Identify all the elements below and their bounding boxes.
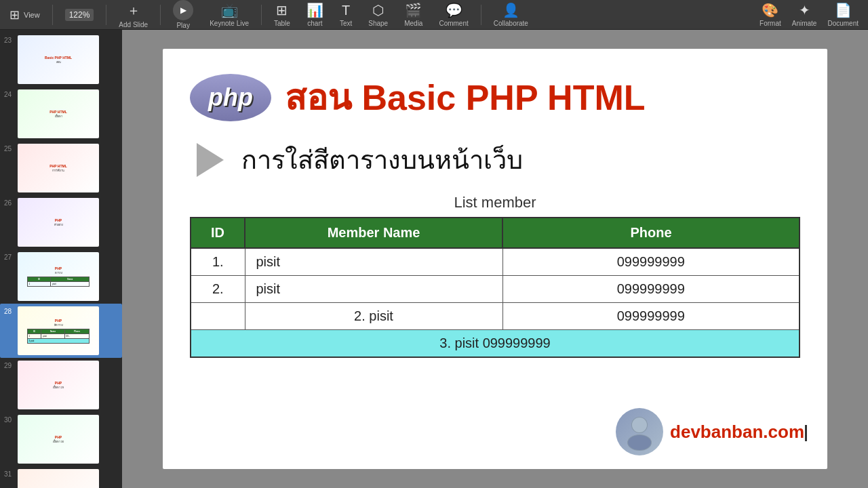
format-label: Format: [760, 20, 781, 27]
table-header-row: ID Member Name Phone: [191, 218, 800, 248]
php-logo: php: [190, 74, 271, 121]
animate-button[interactable]: ✦ Animate: [788, 1, 821, 28]
slide-preview-31: PHP เนื้อหา 31: [18, 469, 99, 488]
zoom-value[interactable]: 122%: [65, 9, 94, 21]
shape-label: Shape: [368, 20, 388, 27]
cell-id-2: 2.: [191, 276, 245, 303]
comment-icon: 💬: [446, 2, 462, 18]
svg-point-2: [632, 418, 647, 432]
site-name: devbanban.com: [670, 422, 807, 443]
media-button[interactable]: 🎬 Media: [400, 1, 427, 28]
collaborate-button[interactable]: 👤 Collaborate: [490, 1, 532, 28]
slide-subtitle: การใส่สีตารางบนหน้าเว็บ: [241, 139, 523, 180]
view-label[interactable]: View: [24, 11, 40, 19]
chart-icon: 📊: [307, 2, 323, 18]
table-button[interactable]: ⊞ Table: [270, 1, 294, 28]
slide-thumb-27[interactable]: 27 PHP ตาราง IDName 1pisit: [0, 249, 122, 304]
sep4: [261, 5, 262, 25]
sep2: [106, 5, 106, 25]
slide-thumb-24[interactable]: 24 PHP HTML เนื้อหา: [0, 87, 122, 141]
sep5: [481, 5, 481, 25]
add-slide-icon: ＋: [127, 1, 140, 20]
zoom-group[interactable]: 122%: [61, 9, 98, 21]
view-group: ⊞ View: [5, 7, 44, 22]
cell-name-2: pisit: [245, 276, 502, 303]
comment-button[interactable]: 💬 Comment: [435, 1, 472, 28]
slide-thumb-26[interactable]: 26 PHP ตัวอย่าง: [0, 195, 122, 249]
document-button[interactable]: 📄 Document: [823, 1, 863, 28]
format-icon: 🎨: [762, 2, 778, 18]
sep3: [160, 5, 161, 25]
sep1: [52, 5, 53, 25]
slide-num-24: 24: [4, 89, 15, 98]
media-icon: 🎬: [405, 2, 422, 18]
cursor: [805, 425, 807, 441]
chart-button[interactable]: 📊 chart: [302, 1, 328, 28]
media-label: Media: [404, 20, 422, 27]
slide-thumb-28[interactable]: 28 PHP สีตาราง IDNamePhone 1pisit09... 3…: [0, 304, 122, 358]
slide-panel: 23 Basic PHP HTML สอน 24 PHP HTML เนื้อห…: [0, 30, 122, 488]
slide-title: สอน Basic PHP HTML: [285, 69, 645, 125]
table-section: List member ID Member Name Phone 1. pisi…: [190, 194, 800, 358]
keynote-live-icon: 📺: [221, 2, 238, 18]
slide-preview-29: PHP เนื้อหา 29: [18, 361, 99, 409]
main-layout: 23 Basic PHP HTML สอน 24 PHP HTML เนื้อห…: [0, 30, 868, 488]
document-label: Document: [827, 20, 859, 27]
svg-point-3: [628, 435, 651, 450]
play-icon: ▶: [173, 0, 193, 20]
slide-preview-30: PHP เนื้อหา 30: [18, 415, 99, 464]
cell-cyan-full: 3. pisit 099999999: [191, 330, 800, 358]
text-label: Text: [340, 20, 352, 27]
slide-num-26: 26: [4, 198, 15, 207]
slide-canvas: php สอน Basic PHP HTML การใส่สีตารางบนหน…: [163, 49, 827, 469]
slide-preview-28: PHP สีตาราง IDNamePhone 1pisit09... 3.pi…: [18, 306, 99, 355]
slide-thumb-31[interactable]: 31 PHP เนื้อหา 31: [0, 466, 122, 488]
cell-name-1: pisit: [245, 248, 502, 276]
collaborate-icon: 👤: [502, 2, 519, 18]
table-row: 1. pisit 099999999: [191, 248, 800, 276]
document-icon: 📄: [835, 2, 852, 18]
cell-id-1: 1.: [191, 248, 245, 276]
table-row-cyan: 3. pisit 099999999: [191, 330, 800, 358]
col-header-id: ID: [191, 218, 245, 248]
avatar-image: [616, 408, 663, 455]
bottom-avatar: devbanban.com: [616, 408, 807, 455]
slide-num-30: 30: [4, 415, 15, 424]
cell-id-3: [191, 303, 245, 330]
slide-thumb-25[interactable]: 25 PHP HTML การใช้งาน: [0, 141, 122, 195]
cell-phone-2: 099999999: [502, 276, 800, 303]
shape-icon: ⬡: [372, 2, 384, 18]
keynote-live-button[interactable]: 📺 Keynote Live: [205, 1, 253, 28]
play-button[interactable]: ▶ Play: [169, 0, 197, 30]
slide-thumb-29[interactable]: 29 PHP เนื้อหา 29: [0, 358, 122, 412]
format-button[interactable]: 🎨 Format: [755, 1, 785, 28]
slide-thumb-30[interactable]: 30 PHP เนื้อหา 30: [0, 412, 122, 466]
text-button[interactable]: T Text: [336, 1, 356, 28]
play-label: Play: [176, 22, 189, 29]
toolbar-right: 🎨 Format ✦ Animate 📄 Document: [755, 1, 863, 28]
slide-thumb-23[interactable]: 23 Basic PHP HTML สอน: [0, 33, 122, 87]
animate-icon: ✦: [799, 2, 810, 18]
slide-num-31: 31: [4, 469, 15, 478]
slide-num-29: 29: [4, 361, 15, 369]
slide-preview-23: Basic PHP HTML สอน: [18, 35, 99, 84]
cell-phone-3: 099999999: [502, 303, 800, 330]
slide-num-28: 28: [4, 306, 15, 315]
shape-button[interactable]: ⬡ Shape: [364, 1, 392, 28]
slide-preview-25: PHP HTML การใช้งาน: [18, 144, 99, 192]
slide-subtitle-row: การใส่สีตารางบนหน้าเว็บ: [190, 139, 800, 180]
view-icon[interactable]: ⊞: [9, 7, 20, 22]
canvas-area[interactable]: php สอน Basic PHP HTML การใส่สีตารางบนหน…: [122, 30, 868, 488]
comment-label: Comment: [439, 20, 468, 27]
data-table: ID Member Name Phone 1. pisit 099999999 …: [190, 217, 800, 358]
table-icon: ⊞: [276, 2, 288, 18]
slide-num-25: 25: [4, 144, 15, 152]
text-icon: T: [342, 3, 350, 18]
add-slide-button[interactable]: ＋ Add Slide: [115, 0, 152, 30]
animate-label: Animate: [792, 20, 817, 27]
slide-preview-24: PHP HTML เนื้อหา: [18, 89, 99, 138]
chart-label: chart: [307, 20, 322, 27]
add-slide-label: Add Slide: [119, 21, 148, 28]
col-header-name: Member Name: [245, 218, 502, 248]
keynote-live-label: Keynote Live: [210, 20, 249, 27]
